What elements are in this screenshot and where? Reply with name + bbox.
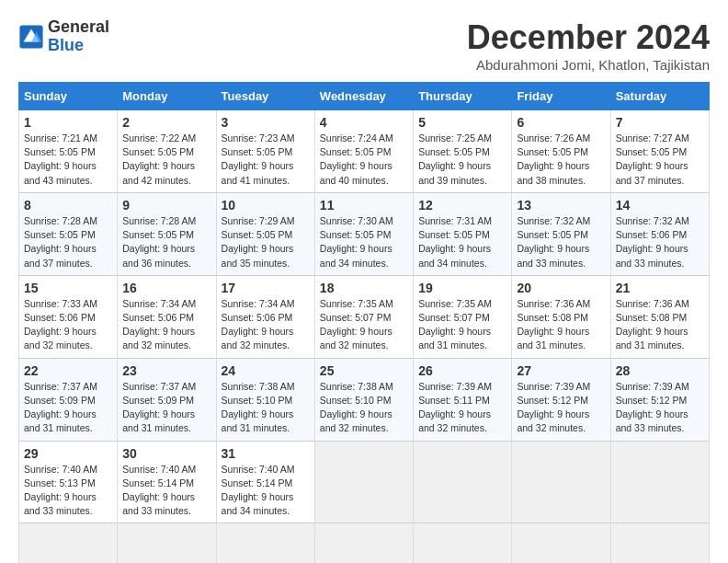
day-info: Sunrise: 7:32 AMSunset: 5:06 PMDaylight:… <box>616 215 689 269</box>
calendar-cell: 15Sunrise: 7:33 AMSunset: 5:06 PMDayligh… <box>19 275 118 358</box>
calendar-week-row <box>19 523 710 563</box>
calendar-cell: 17Sunrise: 7:34 AMSunset: 5:06 PMDayligh… <box>216 275 314 358</box>
calendar-cell: 25Sunrise: 7:38 AMSunset: 5:10 PMDayligh… <box>314 358 413 441</box>
day-info: Sunrise: 7:39 AMSunset: 5:12 PMDaylight:… <box>517 381 590 434</box>
logo-text: General Blue <box>48 18 109 55</box>
day-number: 3 <box>222 115 310 130</box>
day-info: Sunrise: 7:35 AMSunset: 5:07 PMDaylight:… <box>320 298 393 351</box>
calendar-cell <box>216 523 314 563</box>
calendar-cell: 7Sunrise: 7:27 AMSunset: 5:05 PMDaylight… <box>610 110 709 193</box>
day-number: 29 <box>24 446 112 461</box>
day-info: Sunrise: 7:38 AMSunset: 5:10 PMDaylight:… <box>320 381 393 434</box>
day-number: 17 <box>222 281 310 295</box>
day-number: 19 <box>418 281 506 295</box>
day-number: 25 <box>320 363 408 378</box>
day-number: 4 <box>320 115 408 130</box>
day-number: 22 <box>24 363 112 378</box>
day-number: 1 <box>24 115 112 130</box>
day-number: 14 <box>616 198 704 213</box>
calendar-cell: 12Sunrise: 7:31 AMSunset: 5:05 PMDayligh… <box>414 192 512 275</box>
day-number: 23 <box>122 363 210 378</box>
calendar-cell: 26Sunrise: 7:39 AMSunset: 5:11 PMDayligh… <box>414 358 512 441</box>
day-number: 20 <box>517 281 605 295</box>
calendar-cell: 14Sunrise: 7:32 AMSunset: 5:06 PMDayligh… <box>610 192 709 275</box>
day-number: 30 <box>122 446 210 461</box>
day-info: Sunrise: 7:37 AMSunset: 5:09 PMDaylight:… <box>24 381 97 434</box>
calendar-week-row: 29Sunrise: 7:40 AMSunset: 5:13 PMDayligh… <box>19 441 710 523</box>
page-header: General Blue December 2024 Abdurahmoni J… <box>18 18 710 73</box>
header-sunday: Sunday <box>19 83 118 110</box>
day-number: 9 <box>122 198 210 213</box>
day-info: Sunrise: 7:23 AMSunset: 5:05 PMDaylight:… <box>222 132 295 186</box>
day-info: Sunrise: 7:26 AMSunset: 5:05 PMDaylight:… <box>517 132 590 186</box>
day-info: Sunrise: 7:36 AMSunset: 5:08 PMDaylight:… <box>517 298 590 351</box>
day-number: 11 <box>320 198 408 213</box>
day-number: 26 <box>418 363 506 378</box>
day-info: Sunrise: 7:38 AMSunset: 5:10 PMDaylight:… <box>222 381 295 434</box>
calendar-cell <box>414 441 512 523</box>
calendar-table: SundayMondayTuesdayWednesdayThursdayFrid… <box>18 82 710 563</box>
day-info: Sunrise: 7:25 AMSunset: 5:05 PMDaylight:… <box>418 132 492 186</box>
day-info: Sunrise: 7:22 AMSunset: 5:05 PMDaylight:… <box>122 132 196 186</box>
calendar-cell: 19Sunrise: 7:35 AMSunset: 5:07 PMDayligh… <box>414 275 512 358</box>
day-info: Sunrise: 7:39 AMSunset: 5:11 PMDaylight:… <box>418 381 492 434</box>
day-number: 27 <box>517 363 605 378</box>
calendar-cell: 28Sunrise: 7:39 AMSunset: 5:12 PMDayligh… <box>610 358 709 441</box>
day-info: Sunrise: 7:24 AMSunset: 5:05 PMDaylight:… <box>320 132 393 186</box>
calendar-cell: 22Sunrise: 7:37 AMSunset: 5:09 PMDayligh… <box>19 358 118 441</box>
calendar-cell <box>314 523 413 563</box>
calendar-cell: 5Sunrise: 7:25 AMSunset: 5:05 PMDaylight… <box>414 110 512 193</box>
calendar-cell: 30Sunrise: 7:40 AMSunset: 5:14 PMDayligh… <box>118 441 216 523</box>
calendar-week-row: 15Sunrise: 7:33 AMSunset: 5:06 PMDayligh… <box>19 275 710 358</box>
calendar-cell: 6Sunrise: 7:26 AMSunset: 5:05 PMDaylight… <box>512 110 610 193</box>
day-info: Sunrise: 7:30 AMSunset: 5:05 PMDaylight:… <box>320 215 393 269</box>
day-info: Sunrise: 7:31 AMSunset: 5:05 PMDaylight:… <box>418 215 492 269</box>
day-number: 24 <box>222 363 310 378</box>
day-info: Sunrise: 7:28 AMSunset: 5:05 PMDaylight:… <box>24 215 97 269</box>
header-tuesday: Tuesday <box>216 83 314 110</box>
header-thursday: Thursday <box>414 83 512 110</box>
calendar-cell: 21Sunrise: 7:36 AMSunset: 5:08 PMDayligh… <box>610 275 709 358</box>
calendar-cell: 29Sunrise: 7:40 AMSunset: 5:13 PMDayligh… <box>19 441 118 523</box>
day-info: Sunrise: 7:28 AMSunset: 5:05 PMDaylight:… <box>122 215 196 269</box>
day-number: 7 <box>616 115 704 130</box>
calendar-cell <box>512 523 610 563</box>
calendar-cell <box>610 523 709 563</box>
calendar-cell: 2Sunrise: 7:22 AMSunset: 5:05 PMDaylight… <box>118 110 216 193</box>
calendar-cell: 24Sunrise: 7:38 AMSunset: 5:10 PMDayligh… <box>216 358 314 441</box>
day-info: Sunrise: 7:36 AMSunset: 5:08 PMDaylight:… <box>616 298 689 351</box>
calendar-cell <box>118 523 216 563</box>
day-info: Sunrise: 7:40 AMSunset: 5:14 PMDaylight:… <box>222 464 295 517</box>
calendar-cell: 1Sunrise: 7:21 AMSunset: 5:05 PMDaylight… <box>19 110 118 193</box>
calendar-cell: 9Sunrise: 7:28 AMSunset: 5:05 PMDaylight… <box>118 192 216 275</box>
day-info: Sunrise: 7:27 AMSunset: 5:05 PMDaylight:… <box>616 132 689 186</box>
calendar-week-row: 8Sunrise: 7:28 AMSunset: 5:05 PMDaylight… <box>19 192 710 275</box>
calendar-cell <box>314 441 413 523</box>
day-number: 16 <box>122 281 210 295</box>
day-info: Sunrise: 7:29 AMSunset: 5:05 PMDaylight:… <box>222 215 295 269</box>
logo-blue: Blue <box>48 37 109 55</box>
calendar-week-row: 1Sunrise: 7:21 AMSunset: 5:05 PMDaylight… <box>19 110 710 193</box>
calendar-cell <box>610 441 709 523</box>
title-area: December 2024 Abdurahmoni Jomi, Khatlon,… <box>467 18 710 73</box>
day-info: Sunrise: 7:32 AMSunset: 5:05 PMDaylight:… <box>517 215 590 269</box>
calendar-cell: 31Sunrise: 7:40 AMSunset: 5:14 PMDayligh… <box>216 441 314 523</box>
calendar-cell: 13Sunrise: 7:32 AMSunset: 5:05 PMDayligh… <box>512 192 610 275</box>
logo: General Blue <box>18 18 109 55</box>
calendar-cell: 4Sunrise: 7:24 AMSunset: 5:05 PMDaylight… <box>314 110 413 193</box>
month-title: December 2024 <box>467 18 710 57</box>
day-number: 21 <box>616 281 704 295</box>
calendar-cell: 18Sunrise: 7:35 AMSunset: 5:07 PMDayligh… <box>314 275 413 358</box>
day-info: Sunrise: 7:33 AMSunset: 5:06 PMDaylight:… <box>24 298 97 351</box>
day-number: 18 <box>320 281 408 295</box>
day-info: Sunrise: 7:21 AMSunset: 5:05 PMDaylight:… <box>24 132 97 186</box>
calendar-cell: 10Sunrise: 7:29 AMSunset: 5:05 PMDayligh… <box>216 192 314 275</box>
header-monday: Monday <box>118 83 216 110</box>
day-number: 2 <box>122 115 210 130</box>
calendar-cell <box>19 523 118 563</box>
day-number: 6 <box>517 115 605 130</box>
day-number: 10 <box>222 198 310 213</box>
day-number: 15 <box>24 281 112 295</box>
logo-general: General <box>48 18 109 37</box>
day-info: Sunrise: 7:35 AMSunset: 5:07 PMDaylight:… <box>418 298 492 351</box>
